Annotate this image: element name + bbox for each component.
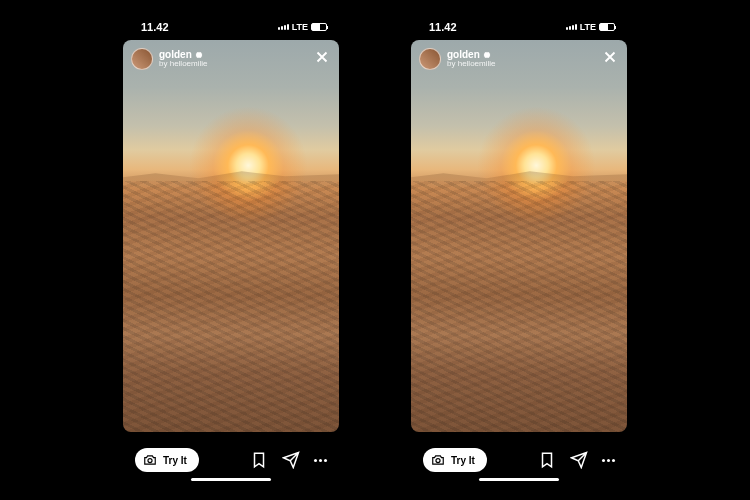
story-header: golden by helloemilie [419,48,619,70]
battery-icon [311,23,327,31]
try-it-button[interactable]: Try It [423,448,487,472]
svg-point-1 [436,459,440,463]
avatar[interactable] [419,48,441,70]
close-button[interactable] [313,48,331,70]
story-actions [250,451,327,469]
camera-icon [143,453,157,467]
story-viewport[interactable]: golden by helloemilie [123,40,339,432]
status-bar: 11.42 LTE [117,16,345,38]
status-right: LTE [566,22,615,32]
status-time: 11.42 [429,21,457,33]
bookmark-icon[interactable] [538,451,556,469]
close-icon [601,48,619,66]
try-it-button[interactable]: Try It [135,448,199,472]
camera-icon [431,453,445,467]
network-label: LTE [292,22,308,32]
svg-point-0 [148,459,152,463]
signal-icon [278,24,289,30]
story-image-texture [411,181,627,432]
battery-icon [599,23,615,31]
story-header: golden by helloemilie [131,48,331,70]
story-viewport[interactable]: golden by helloemilie [411,40,627,432]
filter-author: by helloemilie [447,60,495,69]
bottom-bar: Try It [405,448,633,472]
status-right: LTE [278,22,327,32]
network-label: LTE [580,22,596,32]
phone-screenshot-right: 11.42 LTE golden by helloemilie [405,16,633,484]
bottom-bar: Try It [117,448,345,472]
share-icon[interactable] [282,451,300,469]
more-button[interactable] [602,459,615,462]
phone-screenshot-left: 11.42 LTE golden by helloemilie [117,16,345,484]
status-time: 11.42 [141,21,169,33]
signal-icon [566,24,577,30]
filter-author: by helloemilie [159,60,207,69]
try-it-label: Try It [163,455,187,466]
verified-icon [483,51,491,59]
bookmark-icon[interactable] [250,451,268,469]
story-actions [538,451,615,469]
home-indicator[interactable] [191,478,271,481]
try-it-label: Try It [451,455,475,466]
home-indicator[interactable] [479,478,559,481]
close-button[interactable] [601,48,619,70]
story-image-texture [123,181,339,432]
more-button[interactable] [314,459,327,462]
verified-icon [195,51,203,59]
avatar[interactable] [131,48,153,70]
filter-info[interactable]: golden by helloemilie [419,48,495,70]
close-icon [313,48,331,66]
share-icon[interactable] [570,451,588,469]
status-bar: 11.42 LTE [405,16,633,38]
filter-info[interactable]: golden by helloemilie [131,48,207,70]
